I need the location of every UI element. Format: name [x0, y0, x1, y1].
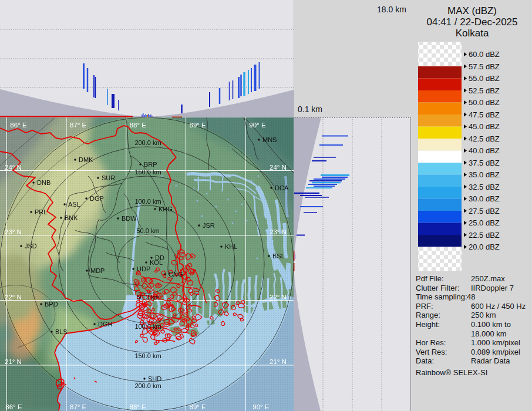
svg-text:100.0 km: 100.0 km [134, 323, 161, 330]
svg-text:25.0 dBZ: 25.0 dBZ [469, 218, 500, 227]
svg-text:MAX (dBZ): MAX (dBZ) [447, 5, 497, 16]
svg-text:88° E: 88° E [130, 403, 147, 410]
svg-text:UDP: UDP [137, 265, 150, 272]
svg-text:DMK: DMK [79, 156, 93, 163]
svg-text:22.5 dBZ: 22.5 dBZ [469, 231, 500, 240]
svg-text:KOL: KOL [150, 259, 163, 266]
svg-text:55.0 dBZ: 55.0 dBZ [469, 74, 500, 83]
svg-text:Time sampling:: Time sampling: [416, 292, 467, 301]
svg-text:BLS: BLS [55, 328, 68, 335]
svg-text:BNK: BNK [65, 214, 78, 221]
svg-text:86° E: 86° E [10, 122, 27, 129]
svg-text:Hor Res:: Hor Res: [416, 338, 446, 347]
svg-text:22° N: 22° N [270, 294, 287, 301]
svg-text:200.0 km: 200.0 km [134, 139, 161, 146]
svg-text:04:41 / 22-Dec-2025: 04:41 / 22-Dec-2025 [427, 16, 518, 28]
svg-text:600 Hz / 450 Hz: 600 Hz / 450 Hz [471, 302, 526, 311]
svg-text:90° E: 90° E [252, 403, 270, 410]
svg-text:DGP: DGP [90, 195, 104, 202]
svg-text:SUR: SUR [102, 174, 115, 181]
svg-text:ASL: ASL [68, 201, 80, 208]
svg-text:DNB: DNB [37, 179, 50, 186]
svg-text:24° N: 24° N [270, 164, 287, 171]
svg-text:IIRDoppler 7: IIRDoppler 7 [471, 284, 514, 292]
svg-text:KHL: KHL [225, 243, 237, 250]
svg-text:52.5 dBZ: 52.5 dBZ [469, 86, 500, 95]
svg-text:Pdf File:: Pdf File: [416, 274, 444, 283]
svg-text:250 km: 250 km [471, 311, 496, 319]
svg-text:42.5 dBZ: 42.5 dBZ [469, 134, 500, 143]
svg-text:20.0 dBZ: 20.0 dBZ [469, 242, 500, 251]
svg-text:DCA: DCA [275, 184, 289, 191]
svg-text:40.0 dBZ: 40.0 dBZ [469, 146, 500, 155]
svg-text:Radar Data: Radar Data [471, 356, 510, 365]
svg-text:MDP: MDP [90, 267, 105, 274]
svg-text:89° E: 89° E [190, 403, 207, 410]
svg-text:24° N: 24° N [5, 164, 22, 171]
svg-text:30.0 dBZ: 30.0 dBZ [469, 194, 500, 203]
svg-text:JSR: JSR [203, 222, 215, 229]
svg-text:22° N: 22° N [5, 294, 22, 301]
svg-text:23° N: 23° N [270, 228, 287, 235]
svg-text:200.0 km: 200.0 km [134, 382, 161, 389]
svg-text:1.000 km/pixel: 1.000 km/pixel [471, 338, 520, 347]
svg-text:PRF:: PRF: [416, 302, 433, 311]
svg-text:23° N: 23° N [5, 228, 22, 235]
svg-text:50.0 dBZ: 50.0 dBZ [469, 98, 500, 107]
svg-text:47.5 dBZ: 47.5 dBZ [469, 110, 500, 119]
svg-text:50.0 km: 50.0 km [136, 227, 159, 234]
svg-text:57.5 dBZ: 57.5 dBZ [469, 62, 500, 71]
svg-text:88° E: 88° E [130, 122, 147, 129]
svg-text:Range:: Range: [416, 311, 440, 319]
svg-text:150.0 km: 150.0 km [134, 169, 161, 176]
svg-text:SHD: SHD [148, 375, 161, 382]
svg-text:32.5 dBZ: 32.5 dBZ [469, 183, 500, 191]
svg-text:Rainbow® SELEX-SI: Rainbow® SELEX-SI [416, 368, 487, 377]
svg-text:45.0 dBZ: 45.0 dBZ [469, 122, 500, 131]
svg-text:21° N: 21° N [5, 358, 22, 365]
svg-text:Clutter Filter:: Clutter Filter: [416, 284, 459, 292]
svg-text:48: 48 [467, 292, 475, 301]
svg-text:60.0 dBZ: 60.0 dBZ [469, 50, 500, 59]
svg-text:Kolkata: Kolkata [456, 28, 489, 39]
svg-text:BSL: BSL [272, 252, 285, 260]
svg-text:87° E: 87° E [70, 122, 87, 129]
svg-text:BDW: BDW [122, 215, 137, 222]
svg-text:35.0 dBZ: 35.0 dBZ [469, 170, 500, 179]
svg-text:18.0 km: 18.0 km [377, 5, 406, 14]
svg-text:Vert Res:: Vert Res: [416, 348, 447, 356]
svg-text:21° N: 21° N [270, 358, 287, 365]
svg-text:Data:: Data: [416, 356, 434, 365]
svg-text:100.0 km: 100.0 km [134, 198, 161, 205]
svg-text:0.100 km to: 0.100 km to [471, 320, 511, 329]
svg-text:CNG: CNG [169, 271, 183, 278]
svg-text:MNS: MNS [262, 136, 277, 143]
svg-text:86° E: 86° E [5, 403, 22, 410]
svg-text:87° E: 87° E [70, 403, 87, 410]
svg-text:0.089 km/pixel: 0.089 km/pixel [471, 348, 520, 356]
svg-text:27.5 dBZ: 27.5 dBZ [469, 207, 500, 215]
svg-text:BRP: BRP [144, 161, 157, 168]
svg-text:DGH: DGH [98, 321, 113, 328]
svg-text:37.5 dBZ: 37.5 dBZ [469, 159, 500, 167]
svg-text:KRG: KRG [159, 206, 173, 213]
svg-text:PRL: PRL [35, 208, 47, 215]
svg-text:90° E: 90° E [249, 122, 266, 129]
svg-text:150.0 km: 150.0 km [134, 352, 161, 359]
svg-text:BPD: BPD [45, 301, 58, 308]
svg-text:250Z.max: 250Z.max [471, 274, 505, 283]
svg-text:Height:: Height: [416, 320, 440, 329]
svg-text:50.0 km: 50.0 km [136, 294, 159, 301]
svg-text:JSD: JSD [25, 242, 37, 250]
svg-text:89° E: 89° E [190, 122, 207, 129]
svg-text:18.000 km: 18.000 km [471, 329, 507, 338]
svg-text:0.1 km: 0.1 km [298, 105, 322, 114]
